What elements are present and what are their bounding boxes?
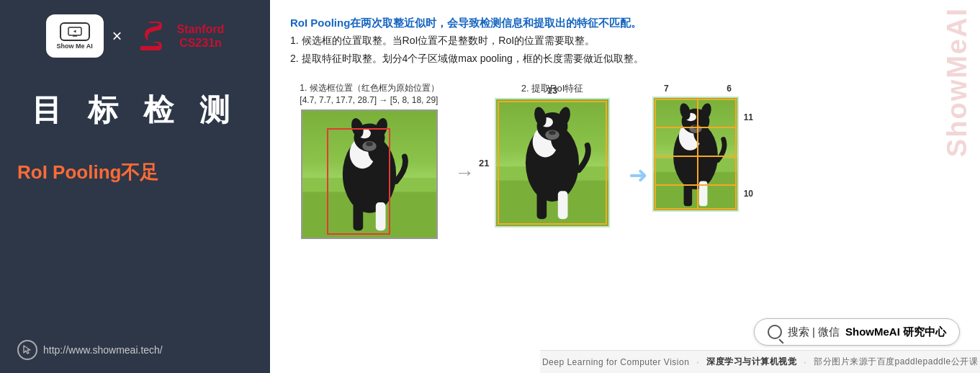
showmeai-logo: Show Me AI [46,14,104,58]
dog-image-1 [301,109,438,239]
dim-top-right: 6 [727,84,732,94]
dog-img-3-wrapper: 7 6 11 10 [652,96,739,212]
yellow-bounding-box-2 [498,101,607,225]
red-bounding-box [327,128,390,235]
stanford-line2: CS231n [177,36,225,50]
arrow-2: ➜ [629,82,648,189]
logo-icon-box [60,22,90,41]
arrow-right-icon: → [454,161,475,184]
dog-image-3 [652,96,739,212]
website-link-text: http://www.showmeai.tech/ [43,344,163,356]
search-icon [768,325,782,339]
title-section: 目 标 检 测 [32,92,238,128]
dim-left: 21 [479,158,489,168]
stanford-text: Stanford CS231n [177,22,225,50]
highlight-text: RoI Pooling在两次取整近似时，会导致检测信息和提取出的特征不匹配。 [290,14,960,32]
arrow-1: → [454,82,475,184]
cursor-icon [22,344,33,356]
search-brand: ShowMeAI 研究中心 [845,325,946,339]
footer-dot1: · [696,357,699,367]
footer-part2: 深度学习与计算机视觉 [706,356,796,368]
stanford-s-icon [131,18,167,54]
link-icon [17,340,37,360]
dim-top-left: 7 [664,84,669,94]
sidebar: Show Me AI × Stanford CS231n 目 标 检 测 RoI [0,0,270,373]
point2-text: 2. 提取特征时取整。划分4个子区域做max pooling，框的长度需要做近似… [290,50,960,68]
footer-bar: Deep Learning for Computer Vision · 深度学习… [540,350,980,373]
dog-box-3: 7 6 11 10 [652,82,739,212]
dog-box-2: 2. 提取RoI特征 13 21 [480,82,624,228]
footer-dot2: · [804,357,806,367]
dog-box-1: 1. 候选框位置（红色框为原始位置） [4.7, 7.7, 17.7, 28.7… [290,82,449,239]
logo-area: Show Me AI × Stanford CS231n [46,14,225,58]
dim-right-bottom: 10 [744,189,753,199]
blue-arrow-icon: ➜ [629,161,648,189]
footer-part3: 部分图片来源于百度paddlepaddle公开课 [814,356,978,368]
yellow-bounding-box-3 [655,99,737,210]
dim-top: 13 [547,85,557,96]
search-bar[interactable]: 搜索 | 微信 ShowMeAI 研究中心 [754,318,960,346]
dog-image-2 [495,98,610,228]
stanford-logo: Stanford CS231n [131,18,225,54]
box1-label: 1. 候选框位置（红色框为原始位置） [4.7, 7.7, 17.7, 28.7… [300,82,439,107]
roi-title: RoI Pooling不足 [17,160,253,185]
stanford-emblem [132,19,166,53]
box1-label-line2: [4.7, 7.7, 17.7, 28.7] → [5, 8, 18, 29] [300,94,439,107]
footer-part1: Deep Learning for Computer Vision [542,357,689,367]
showmeai-logo-text: Show Me AI [57,42,93,50]
point1-text: 1. 候选框的位置取整。当RoI位置不是整数时，RoI的位置需要取整。 [290,32,960,50]
search-prefix: 搜索 | 微信 [788,325,840,339]
bottom-link[interactable]: http://www.showmeai.tech/ [17,340,163,360]
dim-right-top: 11 [744,112,753,122]
dog-img-2-wrapper: 13 21 [495,98,610,228]
main-title: 目 标 检 测 [32,92,238,128]
main-content: RoI Pooling在两次取整近似时，会导致检测信息和提取出的特征不匹配。 1… [270,0,980,373]
subtitle-section: RoI Pooling不足 [17,160,253,191]
stanford-line1: Stanford [177,22,225,36]
monitor-icon [68,27,82,37]
cross-symbol: × [112,26,122,46]
box1-label-line1: 1. 候选框位置（红色框为原始位置） [300,82,439,94]
top-text: RoI Pooling在两次取整近似时，会导致检测信息和提取出的特征不匹配。 1… [290,14,960,68]
